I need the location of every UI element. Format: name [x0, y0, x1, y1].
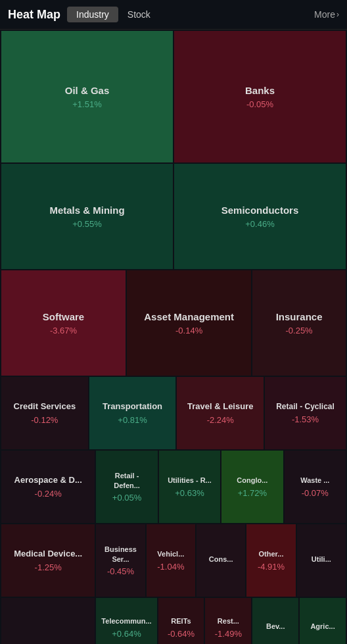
- row-4: Credit Services -0.12% Transportation +0…: [1, 377, 346, 449]
- row-7: Telecommun... +0.64% REITs -0.64% Rest..…: [1, 598, 346, 644]
- row-6: Medical Device... -1.25% Business Ser...…: [1, 524, 346, 597]
- cell-empty-r7: [1, 598, 95, 644]
- cell-reits[interactable]: REITs -0.64%: [158, 598, 204, 644]
- row-2: Metals & Mining +0.55% Semiconductors +0…: [1, 164, 346, 269]
- cell-waste[interactable]: Waste ... -0.07%: [285, 451, 346, 523]
- tab-group: Industry Stock: [67, 7, 160, 22]
- cell-telecomm[interactable]: Telecommun... +0.64%: [96, 598, 156, 644]
- cell-semiconductors[interactable]: Semiconductors +0.46%: [174, 164, 346, 269]
- cell-rest[interactable]: Rest... -1.49%: [205, 598, 251, 644]
- row-3: Software -3.67% Asset Management -0.14% …: [1, 270, 346, 376]
- cell-utili[interactable]: Utili...: [297, 524, 346, 597]
- cell-vehicle[interactable]: Vehicl... -1.04%: [147, 524, 195, 597]
- cell-aerospace[interactable]: Aerospace & D... -0.24%: [1, 451, 95, 523]
- more-button[interactable]: More ›: [314, 9, 339, 20]
- cell-asset-mgmt[interactable]: Asset Management -0.14%: [127, 270, 251, 376]
- row-6-right: Business Ser... -0.45% Vehicl... -1.04% …: [96, 524, 346, 597]
- cell-banks[interactable]: Banks -0.05%: [174, 31, 346, 162]
- cell-agri[interactable]: Agric...: [300, 598, 346, 644]
- cell-bev[interactable]: Bev...: [252, 598, 298, 644]
- cell-retail-def[interactable]: Retail - Defen... +0.05%: [96, 451, 157, 523]
- cell-utilities-r[interactable]: Utilities - R... +0.63%: [159, 451, 220, 523]
- cell-transportation[interactable]: Transportation +0.81%: [89, 377, 176, 449]
- cell-business-ser[interactable]: Business Ser... -0.45%: [96, 524, 145, 597]
- cell-conglo[interactable]: Conglo... +1.72%: [221, 451, 283, 523]
- cell-insurance[interactable]: Insurance -0.25%: [252, 270, 346, 376]
- cell-cons[interactable]: Cons...: [197, 524, 245, 597]
- header: Heat Map Industry Stock More ›: [0, 0, 347, 30]
- cell-medical-devices[interactable]: Medical Device... -1.25%: [1, 524, 95, 597]
- tab-stock[interactable]: Stock: [118, 7, 160, 22]
- cell-metals[interactable]: Metals & Mining +0.55%: [1, 164, 173, 269]
- row-5: Aerospace & D... -0.24% Retail - Defen..…: [1, 451, 346, 523]
- more-label: More: [314, 9, 335, 20]
- heatmap: Oil & Gas +1.51% Banks -0.05% Metals & M…: [0, 30, 347, 644]
- tab-industry[interactable]: Industry: [67, 7, 118, 22]
- cell-other[interactable]: Other... -4.91%: [246, 524, 295, 597]
- row-5-right: Retail - Defen... +0.05% Utilities - R..…: [96, 451, 346, 523]
- row-1: Oil & Gas +1.51% Banks -0.05%: [1, 31, 346, 162]
- cell-software[interactable]: Software -3.67%: [1, 270, 126, 376]
- cell-retail-cyclical[interactable]: Retail - Cyclical -1.53%: [265, 377, 346, 449]
- cell-travel-leisure[interactable]: Travel & Leisure -2.24%: [177, 377, 264, 449]
- row-7-right: Telecommun... +0.64% REITs -0.64% Rest..…: [96, 598, 346, 644]
- chevron-right-icon: ›: [336, 10, 339, 19]
- cell-credit-services[interactable]: Credit Services -0.12%: [1, 377, 88, 449]
- cell-oil-gas[interactable]: Oil & Gas +1.51%: [1, 31, 173, 162]
- page-title: Heat Map: [8, 8, 60, 22]
